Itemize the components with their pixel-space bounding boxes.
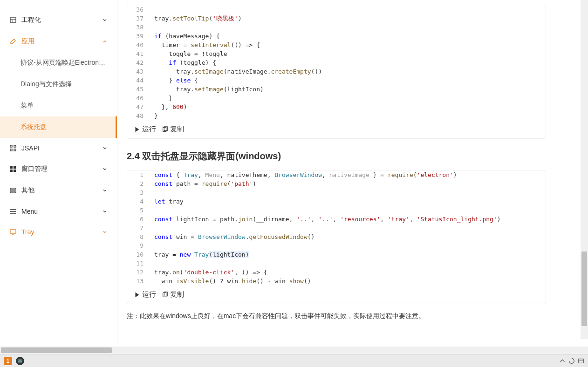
svg-rect-0 [10, 18, 16, 22]
code-text: win isVisible() ? win hide() · win show(… [150, 277, 311, 285]
code-line: 10tray = new Tray(lightIcon) [127, 250, 546, 259]
chevron-down-icon [102, 209, 108, 214]
svg-rect-9 [10, 170, 13, 172]
code-text: } [150, 111, 158, 120]
sidebar-subitem[interactable]: 菜单 [0, 95, 117, 116]
play-icon [134, 126, 140, 133]
sidebar-item-label: 应用 [21, 37, 34, 46]
sidebar-item-label: Menu [21, 208, 38, 215]
code-line: 37tray.setToolTip('晓黑板') [127, 14, 546, 23]
sidebar-item-windows[interactable]: 窗口管理 [0, 158, 117, 180]
sidebar-subitem[interactable]: 系统托盘 [0, 116, 117, 138]
code-line: 5 [127, 206, 546, 215]
section-heading: 2.4 双击托盘显示隐藏界面(windows) [127, 150, 588, 163]
sidebar-item-menu[interactable]: Menu [0, 201, 117, 222]
code-text: tray = new Tray(lightIcon) [150, 250, 249, 259]
code-text: tray.setImage(lightIcon) [150, 85, 264, 94]
code-text: if (haveMessage) { [150, 32, 220, 41]
svg-rect-5 [10, 149, 12, 151]
scrollbar-thumb[interactable] [1, 347, 112, 353]
line-number: 10 [127, 250, 150, 259]
line-number: 5 [127, 206, 150, 215]
sidebar-subitem[interactable]: 协议-从网页端唤起Electron应... [0, 52, 117, 74]
sidebar-item-label: 工程化 [21, 16, 41, 24]
svg-rect-18 [10, 230, 16, 233]
code-text: tray.setImage(nativeImage.createEmpty()) [150, 67, 322, 76]
line-number: 36 [127, 5, 150, 14]
code-text [150, 23, 154, 32]
sidebar-item-desktop[interactable]: Tray [0, 222, 117, 242]
code-text [150, 224, 154, 232]
svg-rect-4 [14, 145, 16, 147]
sidebar-item-grid[interactable]: JSAPI [0, 138, 117, 158]
code-text: timer = setInterval(() => { [150, 41, 260, 49]
code-text: }, 600) [150, 102, 187, 111]
line-number: 40 [127, 41, 150, 49]
grid-icon [9, 144, 17, 152]
chevron-down-icon [102, 145, 108, 151]
code-text [150, 241, 154, 250]
line-number: 3 [127, 188, 150, 197]
line-number: 4 [127, 197, 150, 206]
code-line: 11 [127, 259, 546, 268]
chevron-down-icon [102, 229, 108, 235]
copy-label: 复制 [170, 290, 184, 299]
line-number: 47 [127, 102, 150, 111]
run-label: 运行 [142, 290, 156, 299]
sidebar-item-list[interactable]: 其他 [0, 180, 117, 201]
copy-button[interactable]: 复制 [162, 125, 184, 134]
code-text: const path = require('path') [150, 179, 256, 188]
scrollbar-thumb[interactable] [581, 251, 587, 326]
line-number: 42 [127, 58, 150, 67]
code-block-1: 3637tray.setToolTip('晓黑板')3839if (haveMe… [127, 5, 546, 139]
run-button[interactable]: 运行 [134, 290, 156, 299]
code-line: 44 } else { [127, 76, 546, 85]
code-line: 12tray.on('double-click', () => { [127, 268, 546, 277]
sidebar-item-label: 窗口管理 [21, 165, 48, 173]
note-text: 注：此效果在windows上良好，在mac下会有兼容性问题，双击事件可能失效，实… [127, 311, 546, 321]
edit-icon [9, 38, 17, 45]
code-line: 4let tray [127, 197, 546, 206]
horizontal-scrollbar[interactable] [0, 347, 588, 353]
run-button[interactable]: 运行 [134, 125, 156, 134]
line-number: 11 [127, 259, 150, 268]
code-line: 9 [127, 241, 546, 250]
code-text: const lightIcon = path.join(__dirname, '… [150, 215, 501, 224]
sidebar: 工程化应用协议-从网页端唤起Electron应...Dialog与文件选择菜单系… [0, 0, 117, 353]
sidebar-item-edit[interactable]: 应用 [0, 31, 117, 52]
line-number: 48 [127, 111, 150, 120]
chevron-down-icon [102, 166, 108, 172]
code-line: 38 [127, 23, 546, 32]
code-text: } else { [150, 76, 198, 85]
code-text [150, 259, 154, 268]
line-number: 44 [127, 76, 150, 85]
line-number: 12 [127, 268, 150, 277]
sidebar-item-label: Tray [21, 228, 34, 236]
line-number: 7 [127, 224, 150, 232]
code-line: 36 [127, 5, 546, 14]
code-text: toggle = !toggle [150, 49, 227, 58]
code-block-2: 1const { Tray, Menu, nativeTheme, Browse… [127, 170, 546, 304]
copy-icon [162, 126, 168, 133]
line-number: 13 [127, 277, 150, 285]
vertical-scrollbar[interactable] [581, 0, 588, 339]
line-number: 45 [127, 85, 150, 94]
code-text: } [150, 94, 172, 102]
line-number: 2 [127, 179, 150, 188]
code-line: 47 }, 600) [127, 102, 546, 111]
code-line: 7 [127, 224, 546, 232]
line-number: 39 [127, 32, 150, 41]
svg-rect-3 [10, 145, 12, 147]
play-icon [134, 292, 140, 298]
sidebar-subitem[interactable]: Dialog与文件选择 [0, 74, 117, 95]
copy-button[interactable]: 复制 [162, 290, 184, 299]
run-label: 运行 [142, 125, 156, 134]
code-text: const { Tray, Menu, nativeTheme, Browser… [150, 170, 457, 179]
line-number: 43 [127, 67, 150, 76]
chevron-down-icon [102, 188, 108, 193]
sidebar-item-engineering[interactable]: 工程化 [0, 9, 117, 31]
code-text: const win = BrowserWindow.getFocusedWind… [150, 232, 315, 241]
code-line: 46 } [127, 94, 546, 102]
code-line: 2const path = require('path') [127, 179, 546, 188]
main-content[interactable]: 3637tray.setToolTip('晓黑板')3839if (haveMe… [117, 0, 588, 353]
